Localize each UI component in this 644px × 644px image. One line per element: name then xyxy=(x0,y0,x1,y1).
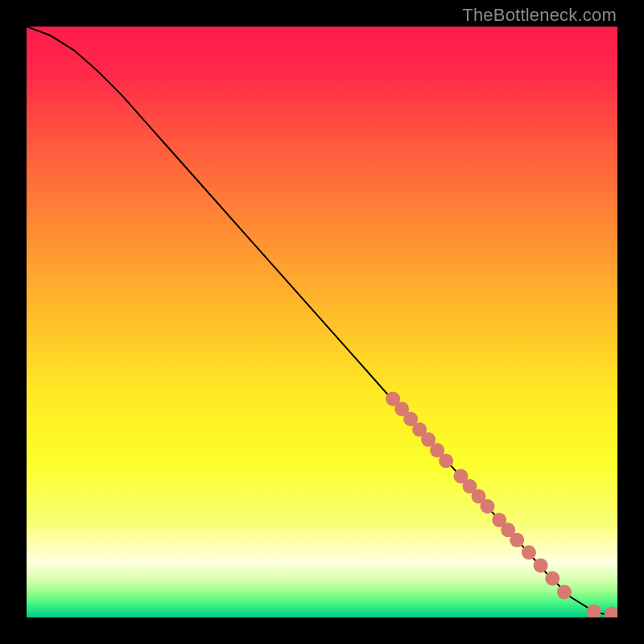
chart-frame: TheBottleneck.com xyxy=(0,0,644,644)
data-marker xyxy=(510,533,524,547)
watermark-text: TheBottleneck.com xyxy=(462,5,617,26)
data-marker xyxy=(439,453,453,468)
data-marker xyxy=(545,572,559,586)
data-marker xyxy=(522,545,536,559)
gradient-background xyxy=(27,27,617,617)
data-marker xyxy=(557,584,572,599)
chart-plot-area xyxy=(27,27,617,617)
data-marker xyxy=(534,558,548,572)
data-marker xyxy=(481,499,495,514)
chart-svg xyxy=(27,27,617,617)
